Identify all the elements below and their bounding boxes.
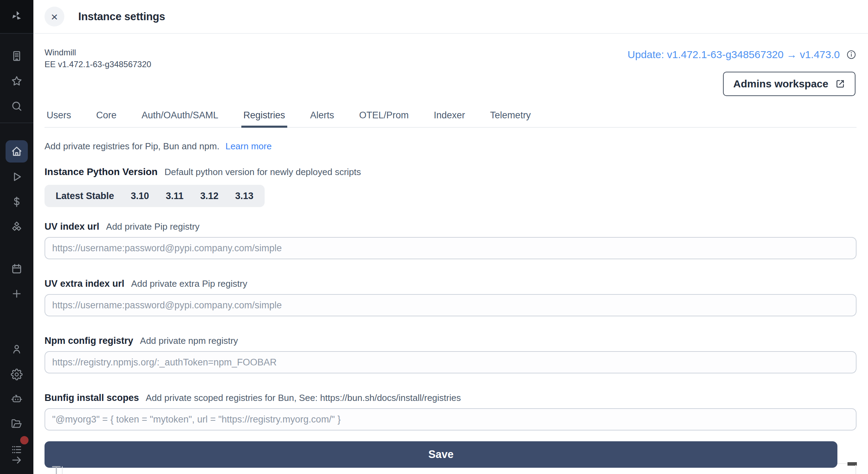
plus-icon[interactable] <box>0 288 33 300</box>
npm-config-registry-label: Npm config registry <box>45 335 133 346</box>
topbar: × Instance settings <box>33 0 868 34</box>
cubes-icon[interactable] <box>0 221 33 233</box>
uv-index-url-input[interactable] <box>45 237 857 259</box>
tab-otel-prom[interactable]: OTEL/Prom <box>357 110 411 128</box>
sidebar <box>0 0 33 474</box>
npm-config-registry-description: Add private npm registry <box>140 335 238 346</box>
tab-users[interactable]: Users <box>45 110 73 128</box>
building-icon[interactable] <box>0 50 33 62</box>
tab-auth-oauth-saml[interactable]: Auth/OAuth/SAML <box>139 110 220 128</box>
calendar-icon[interactable] <box>0 263 33 275</box>
arrow-right-icon[interactable] <box>0 454 33 466</box>
bunfig-install-scopes-description: Add private scoped registries for Bun, S… <box>146 393 461 403</box>
external-link-icon <box>835 79 845 89</box>
tab-core[interactable]: Core <box>94 110 119 128</box>
play-icon[interactable] <box>0 171 33 183</box>
notification-badge <box>20 436 29 444</box>
page-title: Instance settings <box>78 10 165 23</box>
python-option-3-12[interactable]: 3.12 <box>192 191 227 202</box>
registries-intro: Add private registries for Pip, Bun and … <box>45 141 272 152</box>
registries-intro-text: Add private registries for Pip, Bun and … <box>45 141 219 151</box>
list-icon[interactable] <box>0 444 33 456</box>
home-icon <box>6 140 28 163</box>
python-option-3-10[interactable]: 3.10 <box>122 191 158 202</box>
tab-registries[interactable]: Registries <box>241 110 287 128</box>
star-icon[interactable] <box>0 75 33 87</box>
scrollbar-track-side <box>855 465 856 474</box>
tab-alerts[interactable]: Alerts <box>308 110 336 128</box>
bunfig-install-scopes-field: Bunfig install scopes Add private scoped… <box>45 393 857 430</box>
learn-more-link[interactable]: Learn more <box>225 141 272 151</box>
sidebar-item-home[interactable] <box>0 140 33 163</box>
gear-icon[interactable] <box>0 369 33 380</box>
bunfig-install-scopes-input[interactable] <box>45 408 857 430</box>
close-button[interactable]: × <box>45 7 64 26</box>
instance-settings-screen: × Instance settings Windmill EE v1.472.1… <box>0 0 868 474</box>
instance-version: EE v1.472.1-63-g348567320 <box>45 58 151 70</box>
admins-workspace-button[interactable]: Admins workspace <box>723 72 855 96</box>
python-version-heading: Instance Python Version Default python v… <box>45 166 361 177</box>
uv-extra-index-url-input[interactable] <box>45 294 857 316</box>
search-icon[interactable] <box>0 100 33 112</box>
instance-name: Windmill <box>45 47 151 58</box>
sidebar-divider <box>0 123 33 123</box>
uv-extra-index-url-description: Add private extra Pip registry <box>131 278 247 289</box>
python-option-latest-stable[interactable]: Latest Stable <box>47 191 122 202</box>
uv-extra-index-url-label: UV extra index url <box>45 278 124 289</box>
uv-extra-index-url-field: UV extra index url Add private extra Pip… <box>45 278 857 316</box>
admins-workspace-label: Admins workspace <box>733 78 828 90</box>
uv-index-url-description: Add private Pip registry <box>106 221 200 232</box>
uv-index-url-field: UV index url Add private Pip registry <box>45 221 857 259</box>
python-version-title: Instance Python Version <box>45 166 158 177</box>
instance-meta: Windmill EE v1.472.1-63-g348567320 <box>45 47 151 70</box>
update-link[interactable]: Update: v1.472.1-63-g348567320 → v1.473.… <box>628 49 840 61</box>
npm-config-registry-input[interactable] <box>45 351 857 373</box>
dollar-icon[interactable] <box>0 196 33 208</box>
scrollbar-track-top <box>837 463 848 464</box>
python-option-3-13[interactable]: 3.13 <box>227 191 262 202</box>
folder-open-icon[interactable] <box>0 418 33 430</box>
tab-indexer[interactable]: Indexer <box>432 110 467 128</box>
update-row: Update: v1.472.1-63-g348567320 → v1.473.… <box>628 49 857 61</box>
python-version-selector: Latest Stable 3.10 3.11 3.12 3.13 <box>45 185 265 207</box>
divider-artifact-left <box>62 466 63 474</box>
info-icon[interactable] <box>846 49 857 60</box>
robot-icon[interactable] <box>0 393 33 405</box>
cursor-ibeam-artifact <box>51 466 63 474</box>
bunfig-install-scopes-label: Bunfig install scopes <box>45 393 139 403</box>
python-option-3-11[interactable]: 3.11 <box>158 191 192 202</box>
windmill-logo[interactable] <box>0 10 33 22</box>
uv-index-url-label: UV index url <box>45 221 99 232</box>
tab-telemetry[interactable]: Telemetry <box>488 110 533 128</box>
npm-config-registry-field: Npm config registry Add private npm regi… <box>45 335 857 373</box>
python-version-description: Default python version for newly deploye… <box>164 167 361 177</box>
save-button[interactable]: Save <box>45 441 837 468</box>
settings-tabs: Users Core Auth/OAuth/SAML Registries Al… <box>45 110 857 128</box>
user-icon[interactable] <box>0 343 33 355</box>
